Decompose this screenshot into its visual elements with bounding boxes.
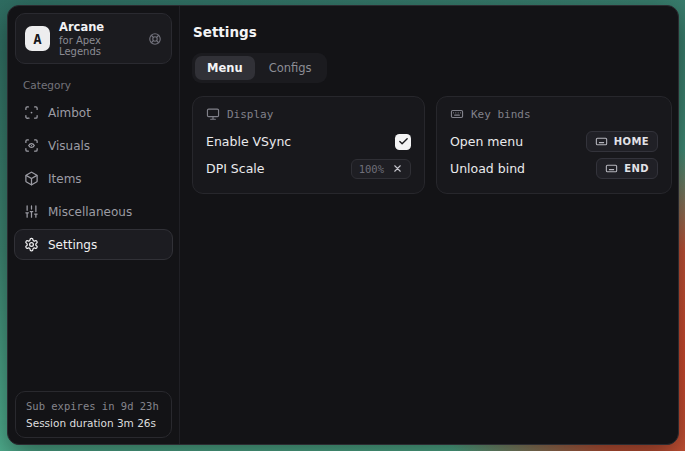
brand-text: Arcane for Apex Legends	[59, 20, 139, 57]
clear-icon[interactable]	[392, 163, 403, 174]
scan-eye-icon	[24, 138, 39, 153]
settings-cards: Display Enable VSync DPI Scale 100%	[192, 96, 672, 194]
unload-bind-row: Unload bind END	[450, 156, 658, 181]
vsync-row: Enable VSync	[206, 129, 411, 154]
main-content: Settings Menu Configs Display Enable VSy…	[180, 6, 679, 444]
display-card: Display Enable VSync DPI Scale 100%	[192, 96, 425, 194]
sidebar-spacer	[14, 261, 173, 391]
unload-bind-label: Unload bind	[450, 161, 525, 176]
category-label: Category	[23, 79, 173, 91]
app-name: Arcane	[59, 20, 139, 34]
keybinds-card-header: Key binds	[450, 107, 658, 121]
sidebar-nav: Aimbot Visuals Items Miscellaneous	[14, 96, 173, 261]
app-window: A Arcane for Apex Legends Category Aimbo…	[7, 5, 679, 445]
gear-icon	[24, 237, 39, 252]
sidebar-item-visuals[interactable]: Visuals	[14, 130, 173, 161]
dpi-scale-input[interactable]: 100%	[351, 159, 411, 179]
sidebar: A Arcane for Apex Legends Category Aimbo…	[8, 6, 180, 444]
sidebar-item-label: Visuals	[48, 139, 90, 153]
lifebuoy-icon[interactable]	[148, 32, 162, 46]
sidebar-item-miscellaneous[interactable]: Miscellaneous	[14, 196, 173, 227]
page-title: Settings	[193, 24, 672, 40]
crosshair-scan-icon	[24, 105, 39, 120]
app-logo: A	[25, 26, 50, 51]
tab-menu[interactable]: Menu	[195, 56, 255, 80]
sidebar-item-label: Miscellaneous	[48, 205, 132, 219]
sidebar-item-label: Items	[48, 172, 82, 186]
open-menu-bind-key: HOME	[614, 136, 649, 147]
dpi-row: DPI Scale 100%	[206, 156, 411, 181]
session-duration-text: Session duration 3m 26s	[26, 417, 161, 429]
unload-bind-key: END	[624, 163, 649, 174]
keybinds-card-title: Key binds	[471, 108, 531, 121]
monitor-icon	[206, 107, 220, 121]
open-menu-label: Open menu	[450, 134, 523, 149]
display-card-title: Display	[227, 108, 273, 121]
sub-expires-text: Sub expires in 9d 23h	[26, 400, 161, 412]
sidebar-item-label: Aimbot	[48, 106, 91, 120]
keyboard-icon	[595, 135, 608, 148]
open-menu-row: Open menu HOME	[450, 129, 658, 154]
sidebar-item-aimbot[interactable]: Aimbot	[14, 97, 173, 128]
vsync-label: Enable VSync	[206, 134, 291, 149]
sidebar-item-items[interactable]: Items	[14, 163, 173, 194]
tab-bar: Menu Configs	[192, 53, 327, 83]
keybinds-card: Key binds Open menu HOME Unload bind	[436, 96, 672, 194]
display-card-header: Display	[206, 107, 411, 121]
sidebar-item-label: Settings	[48, 238, 97, 252]
package-icon	[24, 171, 39, 186]
dpi-label: DPI Scale	[206, 161, 264, 176]
keyboard-icon	[605, 162, 618, 175]
session-card: Sub expires in 9d 23h Session duration 3…	[15, 391, 172, 438]
tab-configs[interactable]: Configs	[257, 56, 324, 80]
vsync-checkbox[interactable]	[395, 134, 411, 150]
sidebar-item-settings[interactable]: Settings	[14, 229, 173, 260]
dpi-value: 100%	[359, 163, 384, 175]
brand-card: A Arcane for Apex Legends	[15, 13, 172, 64]
keyboard-icon	[450, 107, 464, 121]
sliders-icon	[24, 204, 39, 219]
app-tagline: for Apex Legends	[59, 35, 139, 57]
unload-bind-button[interactable]: END	[596, 158, 658, 179]
open-menu-bind-button[interactable]: HOME	[586, 131, 658, 152]
